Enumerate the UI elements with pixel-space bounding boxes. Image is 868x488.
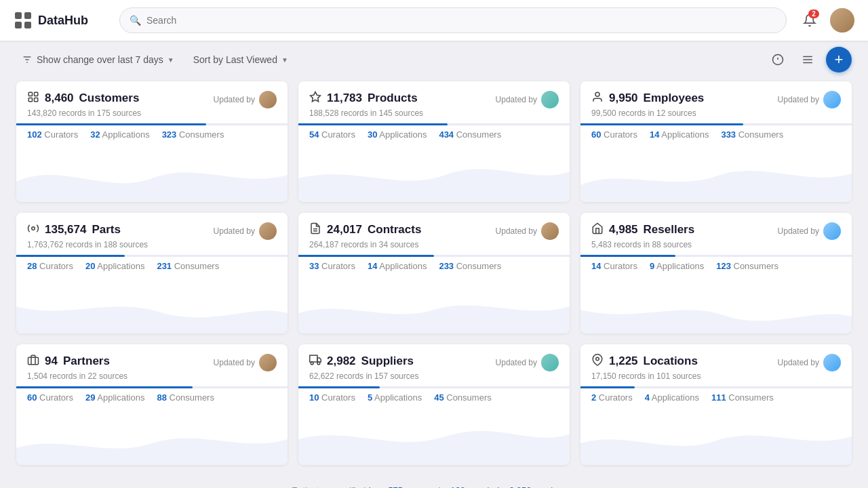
card-subtitle: 62,622 records in 157 sources <box>309 371 418 381</box>
svg-point-18 <box>595 92 599 96</box>
card-resellers[interactable]: 4,985 Resellers 5,483 records in 88 sour… <box>580 213 852 333</box>
stat-curators-count: 33 <box>309 261 319 271</box>
svg-point-26 <box>317 362 320 365</box>
updated-by-label: Updated by <box>496 95 537 104</box>
card-contracts[interactable]: 24,017 Contracts 264,187 records in 34 s… <box>298 213 570 333</box>
wave-svg <box>16 411 288 465</box>
filter-label: Show change over last 7 days <box>37 54 163 65</box>
card-subtitle: 1,763,762 records in 188 sources <box>27 240 148 249</box>
card-suppliers[interactable]: 2,982 Suppliers 62,622 records in 157 so… <box>298 344 570 465</box>
svg-rect-16 <box>35 98 38 102</box>
stat-curators-count: 60 <box>27 392 37 403</box>
search-input[interactable] <box>146 15 776 26</box>
svg-point-25 <box>311 362 313 365</box>
search-bar[interactable]: 🔍 <box>119 7 787 33</box>
card-avatar <box>259 91 277 108</box>
notification-badge: 2 <box>808 9 819 18</box>
header-actions: 2 <box>797 8 854 33</box>
list-icon <box>802 54 814 66</box>
card-title-area: 135,674 Parts 1,763,762 records in 188 s… <box>27 222 148 249</box>
footer-people-link[interactable]: 128 people <box>450 485 494 488</box>
progress-fill <box>580 386 635 388</box>
stat-applications-count: 14 <box>650 129 659 140</box>
card-entity-icon <box>591 222 604 237</box>
card-title-row: 11,783 Products <box>309 91 423 106</box>
card-title: Products <box>368 92 418 105</box>
card-entity-icon <box>309 354 321 369</box>
stat-curators-count: 28 <box>27 261 37 271</box>
progress-bar <box>580 386 852 388</box>
header: DataHub 🔍 2 <box>0 0 868 41</box>
footer-sources-link[interactable]: 575 sources <box>388 485 436 488</box>
updated-by-label: Updated by <box>214 358 255 367</box>
card-wave <box>298 278 570 333</box>
stats-row: 10 Curators 5 Applications 45 Consumers <box>298 392 570 409</box>
card-partners[interactable]: 94 Partners 1,504 records in 22 sources … <box>16 344 288 465</box>
stat-applications-label: Applications <box>372 392 422 403</box>
progress-bar <box>16 386 288 388</box>
card-subtitle: 188,528 records in 145 sources <box>309 108 423 118</box>
stats-row: 60 Curators 29 Applications 88 Consumers <box>16 392 288 409</box>
updated-by-label: Updated by <box>496 358 537 367</box>
stat-curators-label: Curators <box>319 261 355 271</box>
progress-bar <box>16 255 288 257</box>
card-subtitle: 1,504 records in 22 sources <box>27 371 127 381</box>
card-count: 135,674 <box>45 223 86 237</box>
card-count: 2,982 <box>327 354 356 368</box>
stat-curators-count: 60 <box>591 129 601 140</box>
card-wave <box>580 409 852 465</box>
card-entity-icon <box>27 91 39 106</box>
svg-marker-17 <box>311 92 321 102</box>
stats-row: 14 Curators 9 Applications 123 Consumers <box>580 261 852 278</box>
progress-bar <box>298 255 570 257</box>
list-view-button[interactable] <box>796 48 819 71</box>
card-title: Partners <box>63 354 110 368</box>
svg-rect-2 <box>15 22 22 28</box>
card-title: Parts <box>92 223 121 237</box>
stat-consumers-count: 333 <box>721 129 736 140</box>
stat-curators-label: Curators <box>319 392 355 403</box>
logo-text: DataHub <box>38 14 88 28</box>
stat-applications-label: Applications <box>377 129 427 140</box>
card-avatar <box>541 354 559 371</box>
stat-curators-label: Curators <box>37 392 73 403</box>
stat-consumers-label: Consumers <box>736 129 783 140</box>
stat-consumers-count: 45 <box>434 392 443 403</box>
card-locations[interactable]: 1,225 Locations 17,150 records in 101 so… <box>580 344 852 465</box>
progress-bar <box>16 123 288 125</box>
card-entity-icon <box>309 91 321 106</box>
add-button[interactable]: + <box>826 47 852 73</box>
stat-applications-label: Applications <box>100 129 150 140</box>
filter-button[interactable]: Show change over last 7 days ▼ <box>16 50 180 69</box>
svg-rect-14 <box>35 92 38 96</box>
card-updated: Updated by <box>214 354 277 371</box>
svg-point-27 <box>596 357 599 361</box>
svg-rect-15 <box>28 98 32 102</box>
sort-button[interactable]: Sort by Last Viewed ▼ <box>188 50 294 69</box>
user-avatar[interactable] <box>830 8 854 33</box>
card-products[interactable]: 11,783 Products 188,528 records in 145 s… <box>298 81 570 202</box>
card-parts[interactable]: 135,674 Parts 1,763,762 records in 188 s… <box>16 213 288 333</box>
stat-applications-count: 30 <box>368 129 377 140</box>
stat-consumers-label: Consumers <box>726 392 774 403</box>
stats-row: 54 Curators 30 Applications 434 Consumer… <box>298 129 570 146</box>
card-employees[interactable]: 9,950 Employees 99,500 records in 12 sou… <box>580 81 852 202</box>
stat-consumers-label: Consumers <box>167 392 214 403</box>
stat-curators-count: 2 <box>591 392 596 403</box>
info-button[interactable] <box>766 48 789 71</box>
toolbar: Show change over last 7 days ▼ Sort by L… <box>0 41 868 79</box>
stat-applications-count: 32 <box>90 129 100 140</box>
card-customers[interactable]: 8,460 Customers 143,820 records in 175 s… <box>16 81 288 202</box>
stats-row: 60 Curators 14 Applications 333 Consumer… <box>580 129 852 146</box>
svg-point-19 <box>32 227 35 230</box>
card-avatar <box>541 91 559 108</box>
progress-fill <box>16 386 193 388</box>
card-title-row: 94 Partners <box>27 354 127 369</box>
card-avatar <box>259 222 277 240</box>
card-wave <box>16 278 288 333</box>
notification-button[interactable]: 2 <box>797 8 822 33</box>
footer-employees-link[interactable]: 9,950 employees <box>509 485 576 488</box>
logo-area: DataHub <box>14 11 108 30</box>
stat-curators-label: Curators <box>37 261 73 271</box>
stat-curators-count: 54 <box>309 129 319 140</box>
